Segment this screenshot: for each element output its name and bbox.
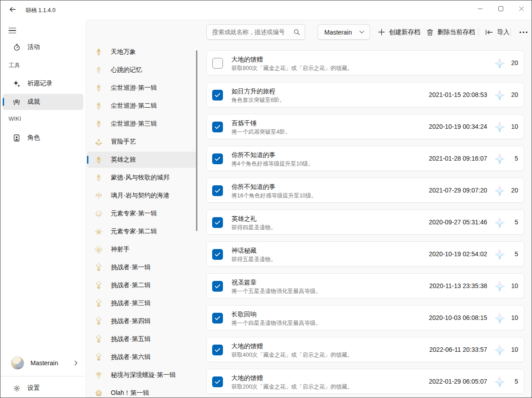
window-controls [470, 0, 532, 17]
check-icon [215, 157, 220, 161]
reward-count: 20 [507, 51, 518, 75]
achievement-description: 角色首次突破至6阶。 [231, 96, 285, 104]
sidebar-item-characters[interactable]: 角色 [3, 130, 83, 146]
achievement-card[interactable]: 你所不知道的事 将16个角色好感等级提升至10级。 2021-07-29 09:… [206, 178, 524, 203]
category-item[interactable]: 挑战者·第五辑 [87, 331, 196, 347]
sidebar-item-settings[interactable]: 设置 [3, 380, 83, 396]
achievement-card[interactable]: 你所不知道的事 将4个角色好感等级提升至10级。 2021-01-28 09:1… [206, 146, 524, 171]
check-icon [215, 316, 220, 320]
reward-count: 20 [507, 178, 518, 202]
achievement-card[interactable]: 英雄之礼 获得四星圣遗物。 2020-09-27 05:31:46 5 [206, 210, 524, 235]
category-emblem-icon [94, 155, 103, 164]
check-icon [215, 220, 220, 225]
user-profile-row[interactable]: Masterain [0, 352, 86, 374]
achievement-checkbox[interactable] [212, 217, 223, 228]
achievement-description: 将4个角色好感等级提升至10级。 [231, 160, 314, 168]
search-input[interactable] [207, 29, 293, 35]
back-button[interactable] [5, 2, 20, 17]
category-item[interactable]: Olah！第一辑 [87, 385, 196, 398]
category-item[interactable]: 秘境与深境螺旋·第一辑 [87, 367, 196, 383]
primogem-icon [494, 312, 506, 324]
category-item[interactable]: 天地万象 [87, 44, 196, 60]
import-button[interactable]: 导入 [482, 24, 513, 40]
category-emblem-icon [94, 137, 103, 146]
achievement-checkbox[interactable] [212, 122, 223, 132]
selected-indicator [87, 156, 88, 164]
category-label: 挑战者·第四辑 [111, 317, 151, 325]
sidebar-item-achievements[interactable]: 成就 [3, 94, 83, 110]
category-item[interactable]: 挑战者·第四辑 [87, 313, 196, 329]
category-item[interactable]: 尘世巡游·第一辑 [87, 80, 196, 96]
achievement-checkbox[interactable] [212, 281, 223, 292]
minimize-button[interactable] [470, 0, 490, 17]
avatar [11, 356, 24, 370]
ellipsis-icon [519, 31, 528, 33]
sidebar-item-wish-records[interactable]: 祈愿记录 [3, 75, 83, 92]
achievement-card[interactable]: 神话秘藏 获得五星圣遗物。 2020-10-19 02:54:02 5 [206, 241, 524, 267]
search-icon [293, 29, 300, 35]
sidebar-item-activity[interactable]: 活动 [3, 39, 83, 55]
create-archive-button[interactable]: 创建新存档 [375, 24, 424, 40]
category-item[interactable]: 挑战者·第一辑 [87, 259, 196, 276]
achievement-card[interactable]: 百炼千锤 将一个武器突破至4阶。 2020-10-19 00:34:24 10 [206, 114, 524, 139]
close-icon [519, 6, 524, 11]
achievement-wreath-icon [12, 98, 21, 106]
category-scrollbar[interactable] [196, 50, 197, 231]
check-icon [215, 125, 220, 129]
category-item[interactable]: 挑战者·第三辑 [87, 295, 196, 311]
sidebar-item-label: 成就 [27, 98, 40, 106]
close-button[interactable] [511, 0, 532, 17]
primogem-icon [494, 344, 506, 356]
achievement-card[interactable]: 大地的馈赠 获取800次「藏金之花」或「启示之花」的馈藏。 20 [206, 50, 524, 75]
category-label: 尘世巡游·第一辑 [111, 84, 157, 92]
category-item[interactable]: 挑战者·第二辑 [87, 277, 196, 293]
achievement-card[interactable]: 大地的馈赠 获取200次「藏金之花」或「启示之花」的馈藏。 2022-01-29… [206, 369, 524, 394]
achievement-card[interactable]: 大地的馈赠 获取400次「藏金之花」或「启示之花」的馈藏。 2022-06-11… [206, 337, 524, 362]
category-item[interactable]: 冒险手艺 [87, 134, 196, 150]
category-item[interactable]: 元素专家·第二辑 [87, 223, 196, 240]
more-button[interactable] [514, 24, 532, 40]
delete-archive-button[interactable]: 删除当前存档 [423, 24, 479, 40]
achievement-description: 获取800次「藏金之花」或「启示之花」的馈藏。 [231, 64, 353, 72]
category-emblem-icon [94, 191, 103, 200]
primogem-icon [494, 153, 506, 165]
category-label: 璃月·岩与契约的海港 [111, 192, 170, 200]
achievement-card[interactable]: 如日方升的旅程 角色首次突破至6阶。 2021-01-15 20:08:53 2… [206, 82, 524, 107]
achievement-checkbox[interactable] [212, 376, 223, 387]
category-emblem-icon [94, 317, 103, 326]
category-label: 挑战者·第二辑 [111, 281, 151, 289]
category-item-selected[interactable]: 英雄之旅 [87, 152, 196, 168]
achievement-checkbox[interactable] [212, 90, 223, 101]
category-item[interactable]: 心跳的记忆 [87, 62, 196, 78]
category-label: 挑战者·第一辑 [111, 263, 151, 271]
achievement-card[interactable]: 长歌回响 将一个四星圣遗物强化至最高等级。 2020-10-03 06:08:1… [206, 305, 524, 330]
titlebar: 胡桃 1.1.4.0 [0, 0, 532, 20]
hamburger-menu-button[interactable] [3, 23, 21, 38]
reward-count: 5 [507, 210, 518, 234]
category-item[interactable]: 蒙德·风与牧歌的城邦 [87, 170, 196, 186]
archive-select[interactable]: Masterain [318, 24, 370, 40]
category-emblem-icon [94, 209, 103, 218]
category-item[interactable]: 元素专家·第一辑 [87, 206, 196, 222]
achievement-checkbox[interactable] [212, 153, 223, 164]
achievement-checkbox[interactable] [212, 185, 223, 196]
settings-label: 设置 [27, 384, 40, 392]
category-item[interactable]: 尘世巡游·第三辑 [87, 116, 196, 132]
category-item[interactable]: 璃月·岩与契约的海港 [87, 188, 196, 204]
maximize-button[interactable] [490, 0, 511, 17]
achievement-checkbox[interactable] [212, 249, 223, 260]
achievement-description: 获取400次「藏金之花」或「启示之花」的馈藏。 [231, 351, 353, 359]
achievement-card[interactable]: 祝圣篇章 将一个五星圣遗物强化至最高等级。 2020-11-13 23:35:3… [206, 273, 524, 298]
achievement-date: 2021-01-28 09:16:07 [429, 146, 487, 171]
category-emblem-icon [94, 173, 103, 182]
category-item[interactable]: 尘世巡游·第二辑 [87, 98, 196, 114]
category-emblem-icon [94, 281, 103, 290]
category-item[interactable]: 挑战者·第六辑 [87, 349, 196, 365]
category-label: 冒险手艺 [111, 138, 136, 146]
achievement-checkbox[interactable] [212, 345, 223, 355]
category-label: 元素专家·第二辑 [111, 227, 157, 236]
achievement-checkbox[interactable] [212, 313, 223, 324]
category-item[interactable]: 神射手 [87, 241, 196, 258]
search-box [206, 24, 305, 40]
achievement-checkbox[interactable] [212, 58, 223, 69]
